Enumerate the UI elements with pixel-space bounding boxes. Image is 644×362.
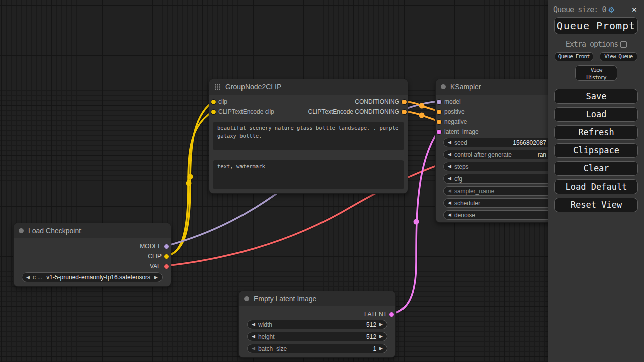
load-button[interactable]: Load [554,107,638,122]
widget-sampler-name[interactable]: ◀ sampler_name [443,186,564,196]
queue-front-button[interactable]: Queue Front [555,52,593,61]
decrement-arrow-icon[interactable]: ◀ [448,213,451,217]
widget-seed[interactable]: ◀ seed 1566802087 [443,138,564,147]
input-slot-model[interactable] [437,100,441,104]
load-default-button[interactable]: Load Default [554,179,638,194]
widget-width[interactable]: ◀ width 512 ▶ [247,320,387,329]
widget-batch-size[interactable]: ◀ batch_size 1 ▶ [247,344,387,353]
view-history-button[interactable]: ViewHistory [575,65,617,81]
output-slot-model[interactable] [164,244,169,249]
group-node-icon [214,84,221,90]
increment-arrow-icon[interactable]: ▶ [379,346,383,351]
increment-arrow-icon[interactable]: ▶ [379,334,383,339]
input-label: clip [218,98,227,105]
widget-control-after-generate[interactable]: ◀ control after generate ran [443,150,564,159]
input-label: positive [444,108,465,115]
output-label: CLIPTextEncode CONDITIONING [308,108,399,115]
output-slot-vae[interactable] [164,264,169,269]
decrement-arrow-icon[interactable]: ◀ [448,140,451,145]
link-dot[interactable] [186,180,192,186]
decrement-arrow-icon[interactable]: ◀ [252,334,255,339]
input-slot-clip[interactable] [211,100,216,104]
gear-icon[interactable]: ⚙ [608,5,614,14]
positive-prompt-textarea[interactable]: beautiful scenery nature glass bottle la… [213,122,404,150]
decrement-arrow-icon[interactable]: ◀ [448,176,451,181]
node-title: Load Checkpoint [28,227,81,235]
widget-value: 1 [373,345,376,352]
widget-value: ran [538,151,546,158]
collapse-dot-icon[interactable] [19,228,24,233]
node-titlebar[interactable]: GroupNode2CLIP [209,79,408,95]
widget-denoise[interactable]: ◀ denoise [443,210,564,220]
widget-cfg[interactable]: ◀ cfg [443,174,564,184]
output-slot-cliptextencode-conditioning[interactable] [402,110,407,114]
prev-arrow-icon[interactable]: ◀ [26,275,30,280]
close-icon[interactable]: ✕ [632,5,637,14]
input-slot-latent-image[interactable] [437,130,441,134]
reset-view-button[interactable]: Reset View [554,198,638,212]
link-dot[interactable] [419,103,425,109]
increment-arrow-icon[interactable]: ▶ [379,322,383,327]
decrement-arrow-icon[interactable]: ◀ [252,322,255,327]
node-title: KSampler [450,83,481,91]
widget-ckpt-name[interactable]: ◀ c ... v1-5-pruned-emaonly-fp16.safeten… [22,272,163,282]
decrement-arrow-icon[interactable]: ◀ [448,189,451,193]
output-slot-conditioning[interactable] [402,100,407,104]
widget-steps[interactable]: ◀ steps [443,162,564,171]
input-label: model [444,98,461,105]
queue-size-value: 0 [602,5,606,14]
clear-button[interactable]: Clear [554,161,638,176]
widget-value: 512 [366,333,376,340]
output-label: CONDITIONING [355,98,399,105]
decrement-arrow-icon[interactable]: ◀ [448,201,451,205]
node-title: Empty Latent Image [254,295,316,303]
decrement-arrow-icon[interactable]: ◀ [252,346,255,351]
decrement-arrow-icon[interactable]: ◀ [448,152,451,157]
node-load-checkpoint[interactable]: Load Checkpoint MODEL CLIP VAE ◀ c ... v… [13,223,171,287]
extra-options-checkbox[interactable] [620,41,627,48]
view-queue-button[interactable]: View Queue [600,52,638,61]
clipspace-button[interactable]: Clipspace [554,143,638,158]
collapse-dot-icon[interactable] [441,84,446,89]
input-label: negative [444,118,467,125]
node-groupnode2clip[interactable]: GroupNode2CLIP clip CLIPTextEncode clip … [209,79,408,194]
widget-scheduler[interactable]: ◀ scheduler [443,198,564,208]
collapse-dot-icon[interactable] [244,296,249,301]
comfy-menu: Queue size: 0 ⚙ ✕ Queue Prompt Extra opt… [548,0,644,362]
widget-value: 512 [366,321,376,328]
input-slot-cliptextencode-clip[interactable] [211,110,216,114]
output-label: CLIP [148,253,162,260]
next-arrow-icon[interactable]: ▶ [154,275,158,280]
output-slot-clip[interactable] [164,254,169,259]
output-label: MODEL [140,243,162,250]
node-titlebar[interactable]: Empty Latent Image [239,291,395,306]
decrement-arrow-icon[interactable]: ◀ [448,164,451,169]
output-slot-latent[interactable] [389,312,394,317]
widget-height[interactable]: ◀ height 512 ▶ [247,332,387,341]
widget-value: 1566802087 [513,139,546,146]
refresh-button[interactable]: Refresh [554,125,638,140]
extra-options-label: Extra options [566,40,618,49]
queue-size-label: Queue size: 0 [553,5,606,14]
node-empty-latent-image[interactable]: Empty Latent Image LATENT ◀ width 512 ▶ … [238,291,396,358]
save-button[interactable]: Save [554,89,638,104]
node-titlebar[interactable]: Load Checkpoint [14,223,171,238]
input-label: CLIPTextEncode clip [218,108,274,115]
queue-prompt-button[interactable]: Queue Prompt [554,17,638,34]
node-title: GroupNode2CLIP [225,83,281,91]
link-dot[interactable] [188,174,193,180]
input-label: latent_image [444,128,479,135]
input-slot-negative[interactable] [437,120,441,124]
output-label: LATENT [364,311,387,318]
link-dot[interactable] [414,219,419,225]
link-dot[interactable] [419,113,425,118]
widget-value: v1-5-pruned-emaonly-fp16.safetensors [46,274,150,281]
negative-prompt-textarea[interactable]: text, watermark [213,160,404,189]
output-label: VAE [150,263,162,270]
input-slot-positive[interactable] [437,110,441,114]
app-window: GroupNode2CLIP clip CLIPTextEncode clip … [0,0,644,362]
